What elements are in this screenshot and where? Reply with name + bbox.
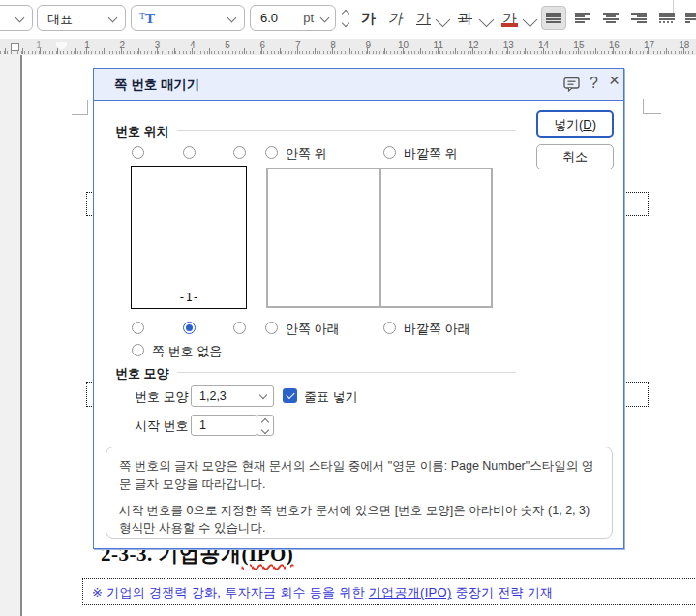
radio-no-page-number[interactable] bbox=[132, 344, 144, 356]
radio-bottom-outer-label[interactable]: 바깥쪽 아래 bbox=[404, 321, 470, 338]
dialog-title: 쪽 번호 매기기 bbox=[114, 77, 200, 94]
help-paragraph-2: 시작 번호를 0으로 지정한 쪽 번호가 문서에 있으면 [번호 모양]은 아라… bbox=[106, 502, 612, 539]
bold-button[interactable]: 가 bbox=[356, 6, 380, 30]
single-page-preview: -1- bbox=[131, 166, 247, 309]
group-divider bbox=[177, 372, 516, 373]
start-number-label: 시작 번호 bbox=[135, 417, 189, 435]
style-dropdown[interactable]: 대표 bbox=[37, 5, 126, 31]
radio-no-page-number-label[interactable]: 쪽 번호 없음 bbox=[152, 343, 222, 360]
align-left-icon bbox=[574, 12, 591, 25]
horizontal-ruler[interactable]: 1 123456789101112131415161718 bbox=[0, 39, 696, 56]
align-distribute-button[interactable] bbox=[654, 6, 680, 30]
color-swatch bbox=[501, 23, 518, 27]
chevron-down-icon bbox=[259, 391, 267, 399]
radio-bottom-right[interactable] bbox=[233, 322, 246, 334]
margin-square-marker[interactable] bbox=[11, 43, 19, 51]
text-area-corner-top-left bbox=[72, 100, 88, 115]
shape-group-label: 번호 모양 bbox=[115, 365, 169, 383]
preview-page-number: -1- bbox=[132, 291, 246, 304]
align-right-icon bbox=[630, 12, 648, 25]
note-text: ※ 기업의 경쟁력 강화, 투자자금 회수 등을 위한 기업공개(IPO) 중장… bbox=[92, 584, 553, 601]
help-paragraph-1: 쪽 번호의 글자 모양은 현재 문서의 스타일 중에서 "영문 이름: Page… bbox=[106, 457, 612, 494]
close-icon[interactable]: × bbox=[609, 73, 620, 88]
start-number-stepper[interactable] bbox=[257, 415, 274, 436]
font-tt-icon: TT bbox=[139, 10, 155, 27]
dash-checkbox[interactable] bbox=[283, 388, 297, 403]
text-area-corner-top-right bbox=[643, 99, 661, 114]
radio-top-outer[interactable] bbox=[383, 146, 396, 159]
radio-top-right[interactable] bbox=[233, 146, 246, 159]
page-left-edge bbox=[20, 55, 22, 616]
font-dropdown[interactable]: TT bbox=[131, 5, 245, 31]
ruler-mid-ticks bbox=[0, 48, 696, 54]
chevron-down-icon bbox=[15, 14, 25, 23]
radio-top-left[interactable] bbox=[132, 146, 144, 159]
chevron-down-icon bbox=[227, 14, 237, 23]
radio-top-inner-label[interactable]: 안쪽 위 bbox=[286, 145, 327, 163]
radio-top-inner[interactable] bbox=[265, 146, 278, 159]
dash-checkbox-label[interactable]: 줄표 넣기 bbox=[304, 388, 358, 406]
strikethrough-button[interactable]: 과 bbox=[453, 6, 477, 30]
app-window: 대표 TT 6.0 pt 가 가 가 과 가 bbox=[0, 0, 696, 616]
document-note-box[interactable]: ※ 기업의 경쟁력 강화, 투자자금 회수 등을 위한 기업공개(IPO) 중장… bbox=[82, 578, 696, 605]
radio-top-center[interactable] bbox=[183, 146, 196, 159]
align-distribute-icon bbox=[658, 12, 676, 25]
font-size-value: 6.0 bbox=[260, 11, 278, 25]
align-divide-button[interactable] bbox=[681, 6, 696, 30]
start-number-input[interactable]: 1 bbox=[191, 415, 257, 436]
position-group-label: 번호 위치 bbox=[115, 123, 169, 140]
note-link[interactable]: 기업공개(IPO) bbox=[369, 585, 452, 600]
underline-options-chevron-icon[interactable] bbox=[436, 13, 451, 28]
align-right-button[interactable] bbox=[626, 6, 651, 30]
table-cell bbox=[620, 382, 649, 407]
radio-bottom-outer[interactable] bbox=[383, 322, 396, 334]
radio-bottom-left[interactable] bbox=[132, 322, 144, 334]
align-justify-button[interactable] bbox=[541, 6, 566, 30]
stepper-down-icon bbox=[261, 426, 269, 434]
zoom-dropdown[interactable] bbox=[0, 5, 33, 31]
radio-bottom-inner[interactable] bbox=[265, 322, 278, 334]
number-shape-label: 번호 모양 bbox=[135, 388, 189, 406]
help-text-box: 쪽 번호의 글자 모양은 현재 문서의 스타일 중에서 "영문 이름: Page… bbox=[106, 447, 613, 539]
align-center-icon bbox=[602, 12, 620, 25]
cancel-button[interactable]: 취소 bbox=[536, 144, 614, 169]
align-justify-icon bbox=[545, 12, 562, 25]
font-size-unit: pt bbox=[303, 11, 314, 25]
help-icon[interactable]: ? bbox=[590, 76, 598, 91]
radio-bottom-inner-label[interactable]: 안쪽 아래 bbox=[286, 321, 340, 338]
underline-button[interactable]: 가 bbox=[411, 6, 436, 30]
style-dropdown-value: 대표 bbox=[47, 11, 73, 28]
font-size-dropdown[interactable]: 6.0 pt bbox=[250, 5, 336, 31]
number-shape-value: 1,2,3 bbox=[199, 389, 227, 403]
number-shape-dropdown[interactable]: 1,2,3 bbox=[191, 385, 274, 407]
align-left-button[interactable] bbox=[570, 6, 595, 30]
radio-bottom-center[interactable] bbox=[183, 322, 196, 334]
radio-top-outer-label[interactable]: 바깥쪽 위 bbox=[404, 145, 458, 163]
start-number-value: 1 bbox=[199, 418, 206, 432]
page-margin-area bbox=[0, 55, 20, 616]
group-divider bbox=[177, 130, 516, 131]
dialog-title-bar[interactable]: 쪽 번호 매기기 ? × bbox=[94, 69, 623, 101]
stepper-up-icon bbox=[342, 10, 349, 17]
comment-icon[interactable] bbox=[563, 77, 580, 95]
page-divider bbox=[379, 169, 381, 306]
format-toolbar: 대표 TT 6.0 pt 가 가 가 과 가 bbox=[0, 0, 696, 37]
facing-pages-preview bbox=[266, 168, 493, 308]
stepper-down-icon bbox=[342, 19, 349, 27]
insert-button[interactable]: 넣기(D) bbox=[536, 110, 614, 138]
document-canvas: 2-3-3. 기업공개(IPO) ※ 기업의 경쟁력 강화, 투자자금 회수 등… bbox=[0, 55, 696, 616]
table-cell bbox=[620, 192, 649, 216]
text-color-button[interactable]: 가 bbox=[498, 6, 522, 30]
chevron-down-icon bbox=[108, 14, 118, 23]
text-color-chevron-icon[interactable] bbox=[523, 13, 538, 28]
strikethrough-options-chevron-icon[interactable] bbox=[479, 13, 495, 28]
align-center-button[interactable] bbox=[598, 6, 623, 30]
chevron-down-icon bbox=[320, 14, 330, 23]
page-number-dialog: 쪽 번호 매기기 ? × 넣기(D) 취소 번호 위치 안쪽 위 바깥쪽 위 -… bbox=[93, 68, 624, 549]
italic-button[interactable]: 가 bbox=[384, 6, 409, 30]
align-divide-icon bbox=[684, 12, 696, 25]
font-size-stepper[interactable] bbox=[339, 6, 353, 31]
toolbar-separator bbox=[673, 0, 674, 13]
